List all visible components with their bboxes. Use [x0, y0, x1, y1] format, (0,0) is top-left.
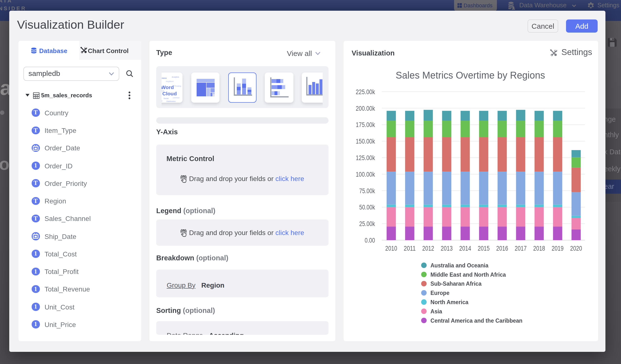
svg-text:iness: iness — [161, 77, 167, 79]
svg-text:Word: Word — [161, 85, 174, 90]
svg-text:common: common — [173, 97, 180, 99]
svg-text:125.00k: 125.00k — [356, 154, 375, 161]
svg-text:2019: 2019 — [552, 244, 563, 252]
svg-text:Analytics: Analytics — [172, 76, 179, 78]
svg-text:KeyWord: KeyWord — [166, 80, 173, 83]
svg-text:2011: 2011 — [403, 244, 415, 252]
svg-text:Australia and Oceania: Australia and Oceania — [430, 262, 488, 268]
svg-text:Asia: Asia — [430, 308, 442, 314]
svg-text:2015: 2015 — [477, 244, 489, 252]
svg-text:2013: 2013 — [440, 244, 452, 252]
svg-text:50.00k: 50.00k — [359, 203, 375, 211]
svg-text:2016: 2016 — [496, 244, 508, 252]
svg-text:75.00k: 75.00k — [359, 187, 375, 194]
svg-text:Europe: Europe — [430, 289, 449, 296]
svg-text:25.00k: 25.00k — [359, 220, 375, 227]
svg-text:150.00k: 150.00k — [356, 137, 375, 145]
svg-text:Phrasing: Phrasing — [174, 85, 181, 87]
svg-text:2014: 2014 — [459, 244, 471, 252]
svg-text:Distribution: Distribution — [166, 100, 176, 103]
svg-text:ming: ming — [161, 100, 162, 102]
svg-text:0.00: 0.00 — [364, 236, 375, 244]
svg-text:200.00k: 200.00k — [356, 104, 375, 112]
svg-text:Cloud: Cloud — [162, 91, 177, 96]
svg-text:2018: 2018 — [533, 244, 545, 252]
svg-text:225.00k: 225.00k — [356, 88, 375, 95]
svg-text:Central America and the Caribb: Central America and the Caribbean — [430, 317, 522, 324]
svg-text:North America: North America — [430, 298, 468, 305]
svg-text:100.00k: 100.00k — [356, 170, 375, 178]
svg-text:2010: 2010 — [385, 244, 397, 252]
svg-text:Sales Metrics Overtime by Regi: Sales Metrics Overtime by Regions — [396, 69, 545, 80]
svg-text:2017: 2017 — [514, 244, 526, 252]
svg-text:Middle East and North Africa: Middle East and North Africa — [430, 271, 506, 278]
svg-text:175.00k: 175.00k — [356, 121, 375, 128]
svg-text:Sub-Saharan Africa: Sub-Saharan Africa — [430, 280, 482, 287]
svg-text:2012: 2012 — [422, 244, 434, 252]
svg-text:2020: 2020 — [570, 244, 582, 252]
svg-text:Social: Social — [164, 97, 169, 100]
